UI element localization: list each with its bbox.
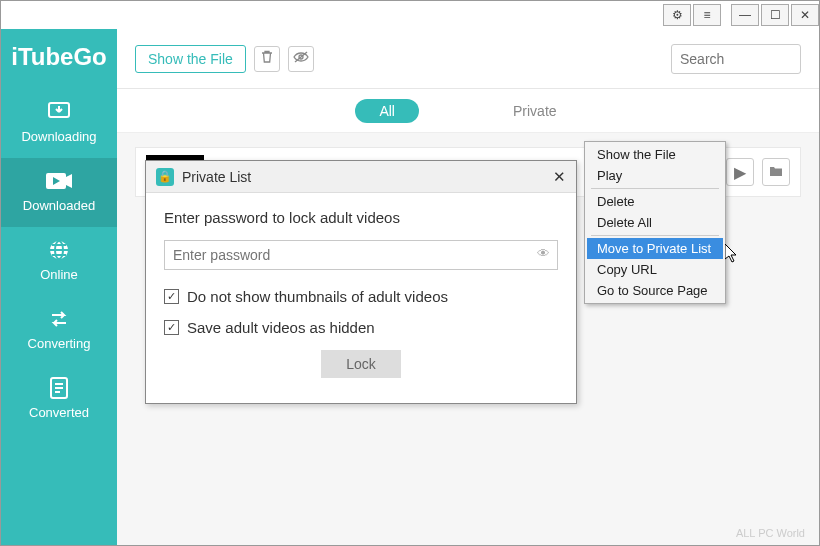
dialog-close-button[interactable]: ✕: [553, 168, 566, 186]
sidebar-item-online[interactable]: Online: [1, 227, 117, 296]
play-icon: ▶: [734, 163, 746, 182]
close-window-button[interactable]: ✕: [791, 4, 819, 26]
menu-item-source-page[interactable]: Go to Source Page: [587, 280, 723, 301]
app-logo: iTubeGo: [11, 35, 107, 89]
tab-private[interactable]: Private: [489, 99, 581, 123]
convert-icon: [1, 306, 117, 332]
maximize-button[interactable]: ☐: [761, 4, 789, 26]
play-button[interactable]: ▶: [726, 158, 754, 186]
checkbox-icon: ✓: [164, 320, 179, 335]
max-icon: ☐: [770, 8, 781, 22]
dialog-titlebar: 🔒 Private List ✕: [146, 161, 576, 193]
menu-icon: ≡: [703, 8, 710, 22]
menu-item-play[interactable]: Play: [587, 165, 723, 186]
sidebar-item-converted[interactable]: Converted: [1, 365, 117, 434]
eye-off-icon: [293, 50, 309, 68]
sidebar-item-downloaded[interactable]: Downloaded: [1, 158, 117, 227]
sidebar-item-label: Downloaded: [1, 198, 117, 213]
watermark: ALL PC World: [736, 527, 805, 539]
private-list-dialog: 🔒 Private List ✕ Enter password to lock …: [145, 160, 577, 404]
lock-button[interactable]: Lock: [321, 350, 401, 378]
menu-item-delete[interactable]: Delete: [587, 191, 723, 212]
search-input[interactable]: [671, 44, 801, 74]
eye-icon: 👁: [537, 246, 550, 261]
download-arrow-icon: [1, 99, 117, 125]
gear-icon: ⚙: [672, 8, 683, 22]
sidebar-item-label: Converting: [1, 336, 117, 351]
settings-button[interactable]: ⚙: [663, 4, 691, 26]
password-input[interactable]: [164, 240, 558, 270]
checkbox-save-hidden[interactable]: ✓ Save adult videos as hidden: [164, 319, 558, 336]
sidebar-item-label: Online: [1, 267, 117, 282]
checkbox-icon: ✓: [164, 289, 179, 304]
tab-bar: All Private: [117, 89, 819, 133]
open-folder-button[interactable]: [762, 158, 790, 186]
menu-item-delete-all[interactable]: Delete All: [587, 212, 723, 233]
sidebar-item-converting[interactable]: Converting: [1, 296, 117, 365]
close-icon: ✕: [800, 8, 810, 22]
dialog-prompt: Enter password to lock adult videos: [164, 209, 558, 226]
tab-all[interactable]: All: [355, 99, 419, 123]
trash-icon: [260, 50, 274, 68]
dialog-title-text: Private List: [182, 169, 251, 185]
show-file-button[interactable]: Show the File: [135, 45, 246, 73]
hide-thumbnail-button[interactable]: [288, 46, 314, 72]
min-icon: —: [739, 8, 751, 22]
lock-icon: 🔒: [156, 168, 174, 186]
menu-divider: [591, 235, 719, 236]
sidebar: iTubeGo Downloading Downloaded Online Co…: [1, 29, 117, 545]
document-check-icon: [1, 375, 117, 401]
checkbox-label: Save adult videos as hidden: [187, 319, 375, 336]
video-file-icon: [1, 168, 117, 194]
checkbox-label: Do not show thumbnails of adult videos: [187, 288, 448, 305]
toolbar: Show the File: [117, 29, 819, 89]
delete-button[interactable]: [254, 46, 280, 72]
context-menu: Show the File Play Delete Delete All Mov…: [584, 141, 726, 304]
menu-divider: [591, 188, 719, 189]
minimize-button[interactable]: —: [731, 4, 759, 26]
folder-icon: [769, 163, 783, 181]
menu-item-show-file[interactable]: Show the File: [587, 144, 723, 165]
menu-item-move-private[interactable]: Move to Private List: [587, 238, 723, 259]
toggle-visibility-button[interactable]: 👁: [537, 246, 550, 261]
sidebar-item-label: Converted: [1, 405, 117, 420]
sidebar-item-downloading[interactable]: Downloading: [1, 89, 117, 158]
hamburger-menu-button[interactable]: ≡: [693, 4, 721, 26]
sidebar-item-label: Downloading: [1, 129, 117, 144]
globe-icon: [1, 237, 117, 263]
menu-item-copy-url[interactable]: Copy URL: [587, 259, 723, 280]
checkbox-hide-thumbnails[interactable]: ✓ Do not show thumbnails of adult videos: [164, 288, 558, 305]
